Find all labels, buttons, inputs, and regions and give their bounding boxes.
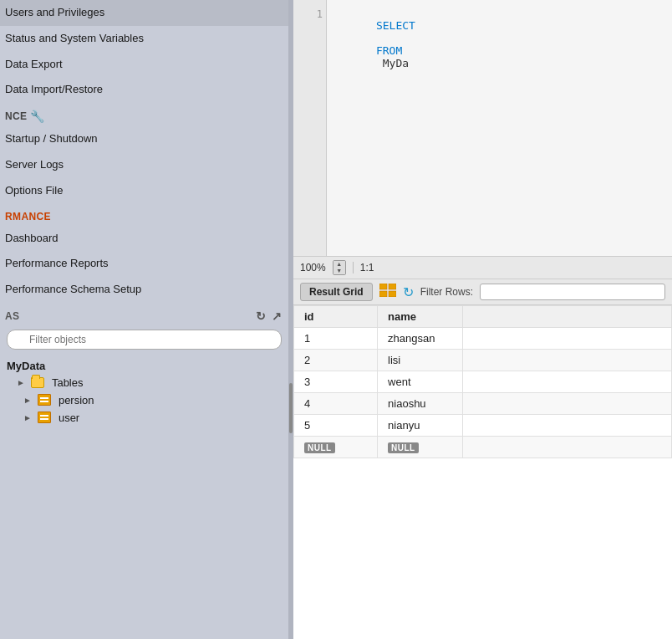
cell-id: 1 [294, 328, 378, 350]
filter-wrapper: 🔍 [7, 330, 282, 350]
main-content: 1 SELECT FROM MyDa 100% ▲ ▼ 1:1 Result G… [293, 0, 672, 639]
refresh-icon[interactable]: ↻ [403, 284, 414, 300]
cell-extra [462, 437, 671, 458]
schema-tree: MyData ► Tables ► persion ► user [0, 353, 288, 639]
cell-id: 4 [294, 393, 378, 415]
cell-extra [462, 350, 671, 371]
instance-section-header: NCE 🔧 [0, 103, 288, 126]
schema-group-mydata-title: MyData [0, 356, 288, 374]
user-table-icon [38, 412, 51, 423]
zoom-bar: 100% ▲ ▼ 1:1 [293, 257, 672, 279]
filter-objects-container: 🔍 [0, 326, 288, 353]
cell-name: NULL [378, 437, 463, 458]
line-number-1: 1 [297, 7, 323, 23]
result-table: id name 1zhangsan2lisi3went4niaoshu5nian… [293, 305, 672, 458]
col-header-extra [462, 306, 671, 328]
result-panel: Result Grid ↻ Filter Rows: id n [293, 279, 672, 639]
cell-name: went [378, 371, 463, 393]
sidebar-item-data-export[interactable]: Data Export [0, 52, 288, 78]
null-badge-id: NULL [304, 442, 335, 453]
schema-tree-user[interactable]: ► user [0, 409, 288, 427]
sql-from-keyword: FROM [376, 44, 402, 57]
sidebar-item-options-file[interactable]: Options File [0, 178, 288, 204]
table-row: NULLNULL [294, 437, 672, 458]
persion-label: persion [59, 394, 94, 406]
result-grid-button[interactable]: Result Grid [300, 283, 373, 301]
zoom-up-button[interactable]: ▲ [333, 261, 345, 268]
schemas-section-label: AS [5, 310, 19, 322]
cell-extra [462, 393, 671, 415]
refresh-schemas-icon[interactable]: ↻ [256, 309, 266, 323]
instance-section-label: NCE [5, 110, 27, 122]
svg-rect-3 [389, 291, 396, 297]
filter-rows-input[interactable] [480, 284, 665, 300]
table-row: 4niaoshu [294, 393, 672, 415]
filter-objects-input[interactable] [7, 330, 282, 350]
instance-icon: 🔧 [30, 110, 44, 123]
user-label: user [59, 412, 79, 424]
cell-id: NULL [294, 437, 378, 458]
cell-name: lisi [378, 350, 463, 371]
null-badge-name: NULL [388, 442, 419, 453]
sql-table-name: MyDa [376, 57, 409, 69]
zoom-stepper[interactable]: ▲ ▼ [333, 260, 346, 275]
tables-folder-icon [31, 377, 44, 388]
grid-layout-icon[interactable] [379, 284, 396, 300]
sidebar-item-users-privileges[interactable]: Users and Privileges [0, 0, 288, 26]
svg-rect-0 [379, 284, 387, 289]
sidebar-item-data-import[interactable]: Data Import/Restore [0, 77, 288, 103]
cell-extra [462, 328, 671, 350]
result-toolbar: Result Grid ↻ Filter Rows: [293, 279, 672, 305]
sql-space [376, 32, 389, 44]
cell-name: zhangsan [378, 328, 463, 350]
performance-section-header: RMANCE [0, 204, 288, 226]
svg-rect-1 [389, 284, 396, 289]
performance-section-label: RMANCE [5, 211, 51, 222]
user-arrow-icon: ► [23, 413, 32, 422]
cell-extra [462, 371, 671, 393]
line-numbers: 1 [293, 0, 327, 256]
table-row: 2lisi [294, 350, 672, 371]
sql-editor-area: 1 SELECT FROM MyDa [293, 0, 672, 257]
sidebar-item-status-system-vars[interactable]: Status and System Variables [0, 26, 288, 52]
schema-tree-persion[interactable]: ► persion [0, 391, 288, 409]
position-indicator: 1:1 [353, 262, 374, 273]
sidebar-item-server-logs[interactable]: Server Logs [0, 152, 288, 178]
tables-label: Tables [52, 376, 84, 389]
zoom-down-button[interactable]: ▼ [333, 268, 345, 274]
table-row: 5nianyu [294, 415, 672, 437]
schema-tree-tables-folder[interactable]: ► Tables [0, 374, 288, 391]
svg-rect-2 [379, 291, 387, 297]
persion-table-icon [38, 394, 51, 406]
sql-select-keyword: SELECT [376, 19, 415, 32]
sidebar-item-performance-schema-setup[interactable]: Performance Schema Setup [0, 277, 288, 303]
cell-id: 3 [294, 371, 378, 393]
sidebar: Users and Privileges Status and System V… [0, 0, 288, 639]
sql-code[interactable]: SELECT FROM MyDa [327, 0, 425, 256]
scrollbar-thumb [289, 383, 293, 433]
cell-id: 5 [294, 415, 378, 437]
tables-arrow-icon: ► [17, 378, 25, 387]
table-scroll[interactable]: id name 1zhangsan2lisi3went4niaoshu5nian… [293, 305, 672, 458]
cell-name: nianyu [378, 415, 463, 437]
cell-id: 2 [294, 350, 378, 371]
col-header-id: id [294, 306, 378, 328]
sidebar-nav: Users and Privileges Status and System V… [0, 0, 288, 326]
table-row: 1zhangsan [294, 328, 672, 350]
cell-name: niaoshu [378, 393, 463, 415]
sidebar-item-performance-reports[interactable]: Performance Reports [0, 251, 288, 277]
table-row: 3went [294, 371, 672, 393]
expand-schemas-icon[interactable]: ↗ [272, 309, 282, 323]
zoom-value: 100% [300, 262, 326, 273]
schemas-section-header: AS ↻ ↗ [0, 303, 288, 326]
col-header-name: name [378, 306, 463, 328]
sidebar-item-startup-shutdown[interactable]: Startup / Shutdown [0, 126, 288, 152]
schemas-actions: ↻ ↗ [256, 309, 282, 323]
filter-rows-label: Filter Rows: [420, 286, 473, 298]
cell-extra [462, 415, 671, 437]
persion-arrow-icon: ► [23, 396, 32, 405]
sidebar-item-dashboard[interactable]: Dashboard [0, 226, 288, 252]
